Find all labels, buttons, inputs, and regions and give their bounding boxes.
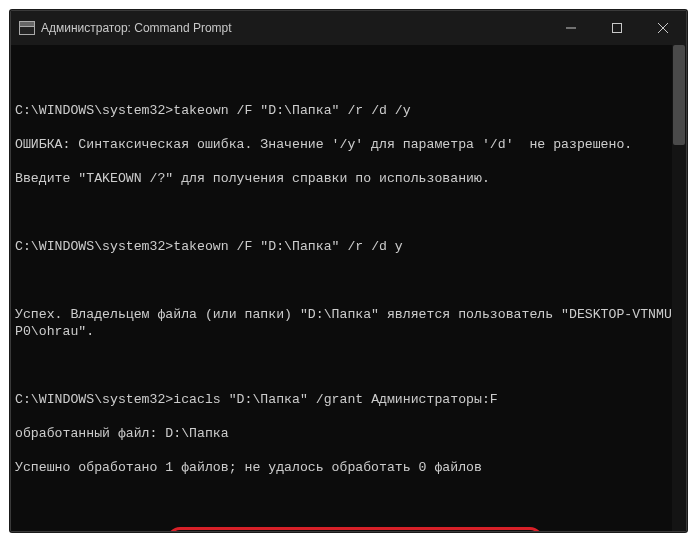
output-line: Введите "TAKEOWN /?" для получения справ…: [15, 170, 678, 187]
scroll-thumb[interactable]: [673, 45, 685, 145]
prompt: C:\WINDOWS\system32>: [15, 392, 173, 407]
prompt: C:\WINDOWS\system32>: [15, 239, 173, 254]
window-title: Администратор: Command Prompt: [41, 21, 232, 35]
vertical-scrollbar[interactable]: [672, 45, 686, 531]
cmd-icon: [19, 21, 35, 35]
output-line: C:\WINDOWS\system32>takeown /F "D:\Папка…: [15, 102, 678, 119]
titlebar[interactable]: Администратор: Command Prompt: [11, 11, 686, 45]
output-line: C:\WINDOWS\system32>takeown /F "D:\Папка…: [15, 238, 678, 255]
maximize-button[interactable]: [594, 11, 640, 45]
svg-rect-1: [613, 24, 622, 33]
output-line: ОШИБКА: Синтаксическая ошибка. Значение …: [15, 136, 678, 153]
output-line: C:\WINDOWS\system32>icacls "D:\Папка" /g…: [15, 391, 678, 408]
terminal-area[interactable]: C:\WINDOWS\system32>takeown /F "D:\Папка…: [11, 45, 686, 531]
close-icon: [658, 23, 668, 33]
maximize-icon: [612, 23, 622, 33]
command-text: takeown /F "D:\Папка" /r /d y: [173, 239, 403, 254]
output-line: C:\WINDOWS\system32>icacls "D:\Папка" /g…: [15, 527, 678, 531]
highlighted-command: icacls "D:\Папка" /grant Администраторы:…: [167, 527, 542, 531]
output-line: Успех. Владельцем файла (или папки) "D:\…: [15, 306, 678, 340]
minimize-icon: [566, 23, 576, 33]
command-text: takeown /F "D:\Папка" /r /d /y: [173, 103, 410, 118]
minimize-button[interactable]: [548, 11, 594, 45]
window-controls: [548, 11, 686, 45]
close-button[interactable]: [640, 11, 686, 45]
cmd-window: Администратор: Command Prompt C:\WINDOWS…: [10, 10, 687, 532]
output-line: обработанный файл: D:\Папка: [15, 425, 678, 442]
prompt: C:\WINDOWS\system32>: [15, 103, 173, 118]
output-line: Успешно обработано 1 файлов; не удалось …: [15, 459, 678, 476]
command-text: icacls "D:\Папка" /grant Администраторы:…: [173, 392, 497, 407]
